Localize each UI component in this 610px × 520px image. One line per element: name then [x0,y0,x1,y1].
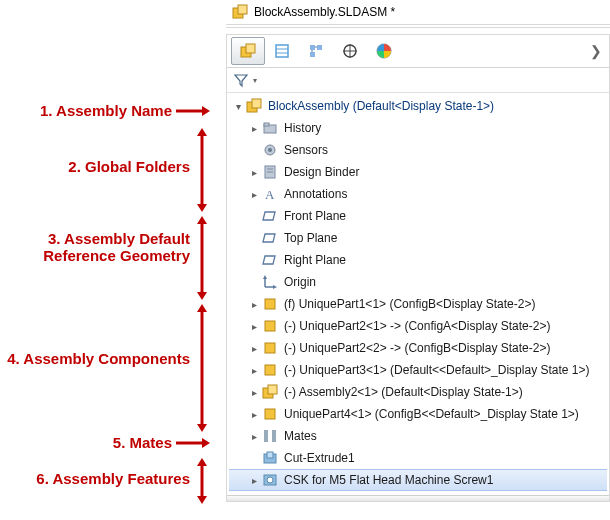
svg-marker-6 [197,216,207,224]
expand-icon[interactable]: ▸ [249,189,260,200]
expand-icon[interactable]: ▸ [249,343,260,354]
arrow-right-icon [176,104,210,118]
tree-node-component[interactable]: ▸ UniquePart4<1> (ConfigB<<Default>_Disp… [229,403,607,425]
tree-node-sensors[interactable]: Sensors [229,139,607,161]
label-global-folders: 2. Global Folders [0,158,190,175]
expand-icon[interactable]: ▸ [249,409,260,420]
tree-node-annotations[interactable]: ▸ A Annotations [229,183,607,205]
tree-node-label: History [280,121,321,135]
folder-icon [262,120,278,136]
svg-marker-48 [263,275,267,279]
filter-bar: ▾ [227,68,609,93]
tree-node-label: UniquePart4<1> (ConfigB<<Default>_Displa… [280,407,579,421]
tree-node-mates[interactable]: ▸ Mates [229,425,607,447]
svg-rect-34 [252,99,261,108]
part-icon [262,340,278,356]
tab-display-manager[interactable] [367,37,401,65]
svg-rect-20 [276,45,288,57]
document-title: BlockAssembly.SLDASM * [254,5,395,19]
tree-node-component[interactable]: ▸ (-) UniquePart2<1> -> (ConfigA<Display… [229,315,607,337]
tree-node-cut-extrude[interactable]: Cut-Extrude1 [229,447,607,469]
feature-tree: ▾ BlockAssembly (Default<Display State-1… [227,93,609,501]
part-icon [262,318,278,334]
hole-wizard-icon [262,472,278,488]
tree-node-label: Annotations [280,187,347,201]
svg-rect-24 [317,45,322,50]
document-titlebar: BlockAssembly.SLDASM * [226,2,610,24]
part-icon [262,296,278,312]
tab-feature-manager[interactable] [231,37,265,65]
label-text: 4. Assembly Components [7,350,190,367]
collapse-icon[interactable]: ▾ [233,101,244,112]
svg-rect-51 [265,321,275,331]
tree-node-component[interactable]: ▸ (f) UniquePart1<1> (ConfigB<Display St… [229,293,607,315]
tree-node-label: Top Plane [280,231,337,245]
tree-node-label: (f) UniquePart1<1> (ConfigB<Display Stat… [280,297,535,311]
svg-rect-52 [265,343,275,353]
tree-node-design-binder[interactable]: ▸ Design Binder [229,161,607,183]
tree-node-label: Sensors [280,143,328,157]
label-mates: 5. Mates [0,434,210,451]
svg-rect-17 [238,5,247,14]
tree-node-component[interactable]: ▸ (-) UniquePart3<1> (Default<<Default>_… [229,359,607,381]
label-text: 1. Assembly Name [40,102,172,119]
bracket-features [193,458,211,504]
svg-rect-56 [265,409,275,419]
tree-node-subassembly[interactable]: ▸ (-) Assembly2<1> (Default<Display Stat… [229,381,607,403]
tree-node-label: (-) UniquePart3<1> (Default<<Default>_Di… [280,363,590,377]
tree-node-hole-wizard[interactable]: ▸ CSK for M5 Flat Head Machine Screw1 [229,469,607,491]
tree-node-label: CSK for M5 Flat Head Machine Screw1 [280,473,493,487]
tree-node-history[interactable]: ▸ History [229,117,607,139]
plane-icon [262,208,278,224]
tree-root-assembly[interactable]: ▾ BlockAssembly (Default<Display State-1… [229,95,607,117]
tab-configuration-manager[interactable] [299,37,333,65]
tree-node-label: (-) UniquePart2<2> -> (ConfigB<Display S… [280,341,550,355]
expand-icon[interactable]: ▸ [249,321,260,332]
panel-bottom-border [227,495,609,501]
assembly-icon [262,384,278,400]
label-features: 6. Assembly Features [0,470,190,487]
assembly-icon [246,98,262,114]
svg-marker-12 [202,438,210,448]
tree-node-component[interactable]: ▸ (-) UniquePart2<2> -> (ConfigB<Display… [229,337,607,359]
expand-icon[interactable]: ▸ [249,431,260,442]
svg-marker-9 [197,304,207,312]
svg-marker-4 [197,204,207,212]
label-assembly-name: 1. Assembly Name [0,102,210,119]
svg-rect-58 [272,430,276,442]
binder-icon [262,164,278,180]
tree-node-top-plane[interactable]: Top Plane [229,227,607,249]
expand-icon[interactable]: ▸ [249,167,260,178]
tree-node-origin[interactable]: Origin [229,271,607,293]
expand-icon[interactable]: ▸ [249,475,260,486]
svg-marker-10 [197,424,207,432]
assembly-icon [232,4,248,20]
filter-dropdown-icon[interactable]: ▾ [253,76,257,85]
annotation-labels: 1. Assembly Name 2. Global Folders 3. As… [0,0,225,520]
svg-rect-23 [310,45,315,50]
svg-rect-53 [265,365,275,375]
panel-overflow-button[interactable]: ❯ [587,43,605,59]
label-components: 4. Assembly Components [0,350,190,367]
tree-node-label: Mates [280,429,317,443]
label-text: 2. Global Folders [68,158,190,175]
tree-node-label: (-) Assembly2<1> (Default<Display State-… [280,385,523,399]
tree-node-right-plane[interactable]: Right Plane [229,249,607,271]
label-text: 3. Assembly Default Reference Geometry [43,230,190,264]
svg-rect-60 [267,452,273,458]
part-icon [262,406,278,422]
tree-node-front-plane[interactable]: Front Plane [229,205,607,227]
bracket-ref-geom [193,216,211,300]
expand-icon[interactable]: ▸ [249,387,260,398]
arrow-right-icon [176,436,210,450]
tab-dimxpert-manager[interactable] [333,37,367,65]
filter-icon[interactable] [233,72,249,88]
expand-icon[interactable]: ▸ [249,299,260,310]
expand-icon[interactable]: ▸ [249,365,260,376]
expand-icon[interactable]: ▸ [249,123,260,134]
part-icon [262,362,278,378]
tab-property-manager[interactable] [265,37,299,65]
annotations-icon: A [262,186,278,202]
svg-marker-1 [202,106,210,116]
plane-icon [262,252,278,268]
